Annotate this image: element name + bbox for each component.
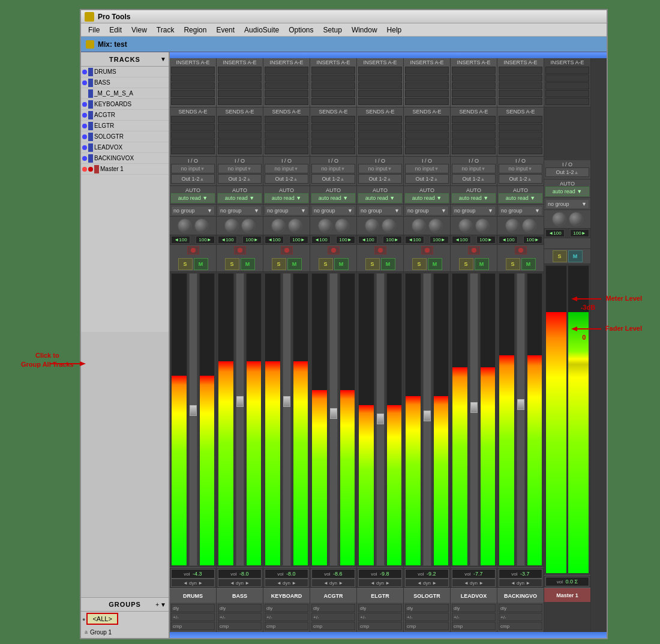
fx-pf-drums[interactable]: +/- <box>171 613 215 621</box>
send-slot-bass-5[interactable] <box>218 147 262 154</box>
pan-knob-right-drums[interactable] <box>194 218 209 233</box>
pan-knob-left-backingvo[interactable] <box>505 218 520 233</box>
menu-region[interactable]: Region <box>179 25 211 35</box>
record-btn-backingvo[interactable] <box>515 246 527 254</box>
fader-track-bass[interactable] <box>236 273 244 566</box>
track-name-section-backingvo[interactable]: BACKINGVO <box>497 588 544 603</box>
io-input-keyboard[interactable]: no input ▼ <box>265 164 308 173</box>
fx-dly-leadvox[interactable]: dly <box>452 604 496 612</box>
send-slot-kb-5[interactable] <box>265 147 308 154</box>
fx-cmp-bass[interactable]: cmp <box>218 622 262 630</box>
fx-cmp-sologtr[interactable]: cmp <box>405 622 449 630</box>
send-slot-sg-3[interactable] <box>405 131 449 139</box>
solo-btn-keyboard[interactable]: S <box>272 258 286 270</box>
insert-slot-kb-3[interactable] <box>265 82 308 89</box>
vol-display-sologtr[interactable]: vol -9.2 <box>405 569 449 579</box>
solo-btn-master1[interactable]: S <box>553 250 567 262</box>
solo-btn-drums[interactable]: S <box>178 258 193 270</box>
io-output-drums[interactable]: Out 1-2 ▲ <box>171 174 215 184</box>
track-name-section-master1[interactable]: Master 1 <box>544 588 590 602</box>
insert-slot-m1-3[interactable] <box>545 82 589 89</box>
fx-dly-keyboard[interactable]: dly <box>265 604 308 612</box>
groups-add[interactable]: + <box>155 601 159 608</box>
fader-handle-acgtr[interactable] <box>330 408 337 419</box>
io-input-elgtr[interactable]: no input ▼ <box>358 164 402 173</box>
send-slot-lv-1[interactable] <box>452 116 496 123</box>
menu-window[interactable]: Window <box>347 25 382 35</box>
insert-slot-bass-2[interactable] <box>218 74 262 82</box>
insert-slot-acgtr-2[interactable] <box>311 74 355 82</box>
insert-slot-lv-5[interactable] <box>452 98 496 105</box>
send-slot-kb-1[interactable] <box>265 116 308 123</box>
fx-cmp-leadvox[interactable]: cmp <box>452 622 496 630</box>
fx-dly-drums[interactable]: dly <box>171 604 215 612</box>
insert-slot-kb-5[interactable] <box>265 98 308 105</box>
track-name-section-acgtr[interactable]: ACGTR <box>310 588 356 603</box>
send-slot-5[interactable] <box>171 147 215 154</box>
fx-dly-elgtr[interactable]: dly <box>358 604 402 612</box>
solo-btn-sologtr[interactable]: S <box>412 258 427 270</box>
mute-btn-bass[interactable]: M <box>241 258 255 270</box>
send-slot-acgtr-1[interactable] <box>311 116 355 123</box>
insert-slot-acgtr-4[interactable] <box>311 90 355 97</box>
fx-cmp-acgtr[interactable]: cmp <box>311 622 355 630</box>
track-item-elgtr[interactable]: ELGTR <box>81 121 169 131</box>
insert-slot-3[interactable] <box>171 82 215 89</box>
pan-knob-right-sologtr[interactable] <box>428 218 443 233</box>
record-btn-bass[interactable] <box>234 246 246 254</box>
insert-slot-elgtr-3[interactable] <box>358 82 402 89</box>
io-output-keyboard[interactable]: Out 1-2 ▲ <box>265 174 308 184</box>
insert-slot-elgtr-4[interactable] <box>358 90 402 97</box>
pan-knob-left-elgtr[interactable] <box>365 218 379 233</box>
vol-display-keyboard[interactable]: vol -8.0 <box>265 569 308 579</box>
group-item-1[interactable]: a Group 1 <box>82 627 167 637</box>
vol-display-elgtr[interactable]: vol -9.8 <box>358 569 402 579</box>
auto-select-acgtr[interactable]: auto read ▼ <box>311 193 355 203</box>
io-input-sologtr[interactable]: no input ▼ <box>405 164 449 173</box>
mute-btn-sologtr[interactable]: M <box>428 258 442 270</box>
track-item-master1[interactable]: Master 1 <box>81 164 169 175</box>
insert-slot-kb-2[interactable] <box>265 74 308 82</box>
fader-handle-drums[interactable] <box>190 405 197 416</box>
auto-select-master1[interactable]: auto read ▼ <box>545 187 589 196</box>
dyn-btn-backingvo[interactable]: ◄ dyn ► <box>499 579 542 587</box>
group-dropdown-master1[interactable]: no group▼ <box>545 199 589 209</box>
dyn-btn-drums[interactable]: ◄ dyn ► <box>171 579 215 587</box>
insert-slot-m1-4[interactable] <box>545 90 589 97</box>
insert-slot-bass-3[interactable] <box>218 82 262 89</box>
solo-btn-backingvo[interactable]: S <box>506 258 520 270</box>
insert-slot-bass-4[interactable] <box>218 90 262 97</box>
dyn-btn-elgtr[interactable]: ◄ dyn ► <box>358 579 402 587</box>
menu-options[interactable]: Options <box>284 25 318 35</box>
insert-slot-kb-4[interactable] <box>265 90 308 97</box>
mute-btn-master1[interactable]: M <box>568 250 583 262</box>
io-output-bass[interactable]: Out 1-2 ▲ <box>218 174 262 184</box>
fx-cmp-elgtr[interactable]: cmp <box>358 622 402 630</box>
io-input-backingvo[interactable]: no input ▼ <box>499 164 542 173</box>
fx-dly-sologtr[interactable]: dly <box>405 604 449 612</box>
fx-cmp-keyboard[interactable]: cmp <box>265 622 308 630</box>
send-slot-sg-5[interactable] <box>405 147 449 154</box>
fx-dly-backingvo[interactable]: dly <box>499 604 542 612</box>
pan-knob-left-keyboard[interactable] <box>271 218 286 233</box>
track-item-drums[interactable]: DRUMS <box>81 67 169 77</box>
group-dropdown-drums[interactable]: no group▼ <box>171 206 215 215</box>
send-slot-bv-4[interactable] <box>499 139 542 146</box>
insert-slot-4[interactable] <box>171 90 215 97</box>
pan-knob-left-master1[interactable] <box>552 212 566 226</box>
send-slot-bass-2[interactable] <box>218 124 262 131</box>
auto-select-keyboard[interactable]: auto read ▼ <box>265 193 308 203</box>
track-item-acgtr[interactable]: ACGTR <box>81 110 169 121</box>
track-name-section-sologtr[interactable]: SOLOGTR <box>404 588 450 603</box>
insert-slot-lv-2[interactable] <box>452 74 496 82</box>
track-item-keyboards[interactable]: KEYBOARDS <box>81 99 169 110</box>
fx-dly-acgtr[interactable]: dly <box>311 604 355 612</box>
insert-slot-elgtr-2[interactable] <box>358 74 402 82</box>
group-dropdown-leadvox[interactable]: no group▼ <box>452 206 496 215</box>
pan-knob-right-leadvox[interactable] <box>475 218 490 233</box>
send-slot-bass-4[interactable] <box>218 139 262 146</box>
record-btn-sologtr[interactable] <box>421 246 433 254</box>
insert-slot-m1-2[interactable] <box>545 74 589 82</box>
menu-event[interactable]: Event <box>211 25 239 35</box>
io-output-elgtr[interactable]: Out 1-2 ▲ <box>358 174 402 184</box>
